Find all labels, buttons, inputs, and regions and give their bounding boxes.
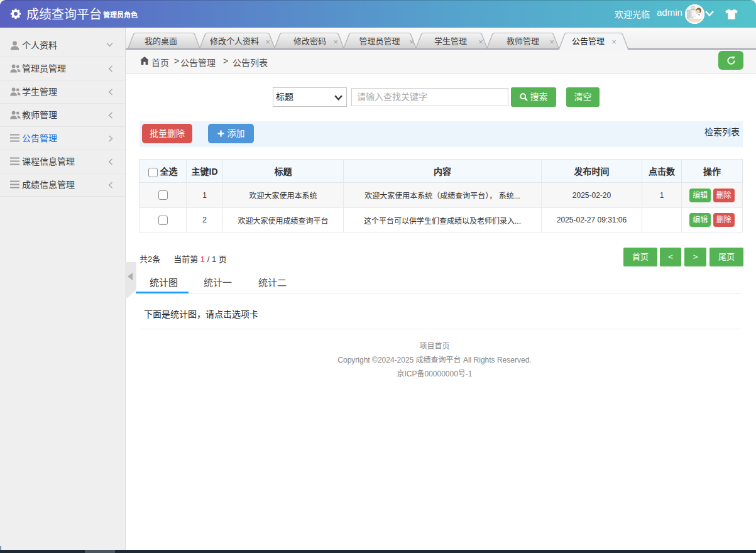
svg-text:×: × (333, 37, 338, 47)
svg-text:×: × (409, 37, 414, 47)
svg-text:×: × (611, 37, 616, 47)
svg-text:管理员管理: 管理员管理 (359, 36, 400, 46)
svg-text:学生管理: 学生管理 (434, 36, 467, 46)
svg-text:×: × (549, 37, 554, 47)
svg-text:教师管理: 教师管理 (507, 36, 539, 46)
svg-text:公告管理: 公告管理 (572, 36, 605, 46)
svg-text:×: × (478, 37, 483, 47)
svg-text:修改个人资料: 修改个人资料 (210, 36, 259, 46)
svg-text:修改密码: 修改密码 (293, 36, 326, 46)
svg-text:我的桌面: 我的桌面 (145, 36, 177, 46)
svg-text:×: × (265, 37, 270, 47)
